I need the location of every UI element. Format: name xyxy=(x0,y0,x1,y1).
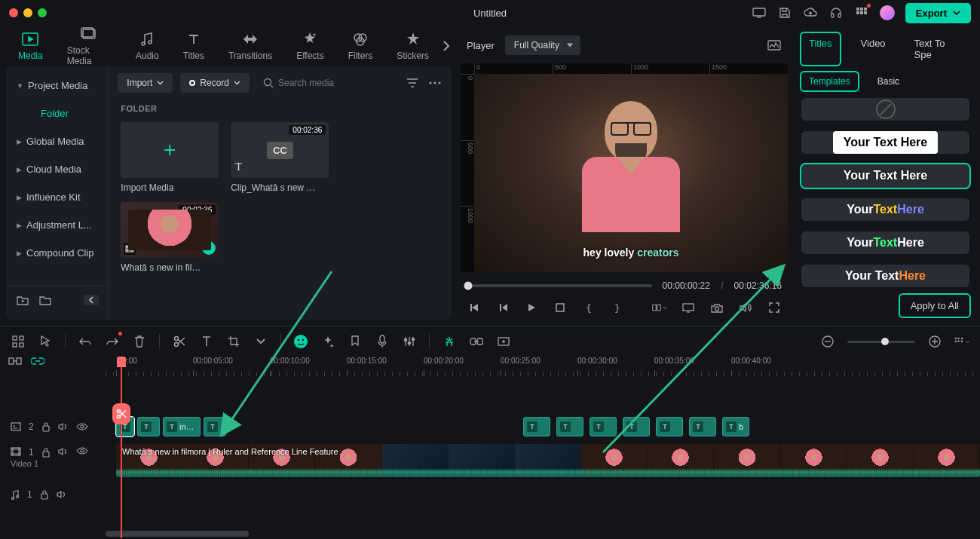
sparkle-icon[interactable] xyxy=(320,334,335,349)
scissors-icon[interactable] xyxy=(112,403,130,424)
split-icon[interactable] xyxy=(172,334,187,349)
template-outline[interactable]: Your Text Here xyxy=(801,164,969,187)
scrubber[interactable] xyxy=(467,284,652,287)
mute-icon[interactable] xyxy=(58,447,69,456)
cloud-upload-icon[interactable] xyxy=(803,5,818,20)
display-icon[interactable] xyxy=(681,300,696,315)
subtab-basic[interactable]: Basic xyxy=(870,72,907,90)
import-media-card[interactable]: + Import Media xyxy=(121,122,219,193)
rtab-titles[interactable]: Titles xyxy=(801,33,840,65)
delete-icon[interactable] xyxy=(132,334,147,349)
video-clip[interactable]: Whatâ s new in filmora | Ruler and Refer… xyxy=(116,444,980,477)
screen-icon[interactable] xyxy=(752,5,767,20)
timeline-scrollbar[interactable] xyxy=(106,531,972,537)
keyframe-icon[interactable] xyxy=(496,334,511,349)
template-tricolor-1[interactable]: Your Text Here xyxy=(801,198,969,221)
tab-titles[interactable]: Titles xyxy=(173,29,215,63)
template-pill[interactable]: Your Text Here xyxy=(801,131,969,154)
save-icon[interactable] xyxy=(777,5,792,20)
snapshot-icon[interactable] xyxy=(709,300,724,315)
visibility-icon[interactable] xyxy=(76,423,88,430)
text-tool-icon[interactable] xyxy=(199,334,214,349)
scopes-icon[interactable] xyxy=(767,38,782,53)
maximize-window[interactable] xyxy=(38,8,47,17)
ai-face-icon[interactable] xyxy=(293,334,308,349)
cc-clip-card[interactable]: 00:02:36CCT Clip_Whatâ s new … xyxy=(231,122,329,193)
stop-icon[interactable] xyxy=(553,300,568,315)
title-clip[interactable]: T xyxy=(523,417,550,436)
filter-icon[interactable] xyxy=(405,75,420,90)
user-avatar[interactable] xyxy=(880,5,895,20)
link-icon[interactable] xyxy=(469,334,484,349)
template-tricolor-3[interactable]: Your Text Here xyxy=(801,265,969,287)
fullscreen-icon[interactable] xyxy=(767,300,782,315)
record-button[interactable]: Record xyxy=(180,73,250,93)
tab-media[interactable]: Media xyxy=(8,29,54,63)
template-none[interactable] xyxy=(801,98,969,121)
audio-track-lane[interactable] xyxy=(106,479,980,510)
sidebar-item-folder[interactable]: Folder xyxy=(6,100,108,127)
redo-icon[interactable] xyxy=(105,334,120,349)
tab-stickers[interactable]: Stickers xyxy=(386,29,439,63)
tab-audio[interactable]: Audio xyxy=(125,29,170,63)
mark-out-icon[interactable]: } xyxy=(610,300,625,315)
rtab-tts[interactable]: Text To Spe xyxy=(907,33,969,65)
video-clip-card[interactable]: 00:02:36 ✓ Whatâ s new in fil… xyxy=(121,202,219,273)
apps-grid-icon[interactable] xyxy=(854,5,869,20)
template-tricolor-2[interactable]: Your Text Here xyxy=(801,231,969,254)
title-clip[interactable]: T xyxy=(590,417,617,436)
undo-icon[interactable] xyxy=(78,334,93,349)
title-clip[interactable]: T xyxy=(656,417,683,436)
magnet-snap-icon[interactable] xyxy=(442,334,457,349)
zoom-in-icon[interactable] xyxy=(927,334,942,349)
tab-transitions[interactable]: Transitions xyxy=(218,29,283,63)
minimize-window[interactable] xyxy=(23,8,32,17)
volume-icon[interactable] xyxy=(738,300,753,315)
zoom-out-icon[interactable] xyxy=(820,334,835,349)
more-icon[interactable] xyxy=(427,75,443,90)
mark-in-icon[interactable]: { xyxy=(581,300,596,315)
timeline-tracks[interactable]: :00:00 00:00:05:00 00:00:10:00 00:00:15:… xyxy=(106,357,980,538)
sidebar-item-global-media[interactable]: ▶Global Media xyxy=(6,128,108,155)
play-icon[interactable] xyxy=(524,300,539,315)
new-folder-icon[interactable] xyxy=(15,292,30,308)
title-clip[interactable]: T xyxy=(204,417,226,436)
visibility-icon[interactable] xyxy=(76,447,88,455)
sidebar-item-cloud-media[interactable]: ▶Cloud Media xyxy=(6,156,108,182)
marker-icon[interactable] xyxy=(348,334,363,349)
export-button[interactable]: Export xyxy=(905,3,971,23)
zoom-fit-icon[interactable] xyxy=(954,334,969,349)
close-window[interactable] xyxy=(9,8,18,17)
audio-mixer-icon[interactable] xyxy=(402,334,417,349)
sidebar-item-project-media[interactable]: ▼Project Media xyxy=(6,72,108,99)
title-clip[interactable]: T xyxy=(689,417,716,436)
select-tool-icon[interactable] xyxy=(38,334,53,349)
preview-viewport[interactable]: 050010001500 05001000 hey lovely creator… xyxy=(461,63,788,272)
tab-filters[interactable]: Filters xyxy=(338,29,384,63)
mic-icon[interactable] xyxy=(375,334,390,349)
video-track-lane[interactable]: Whatâ s new in filmora | Ruler and Refer… xyxy=(106,443,980,479)
title-clip[interactable]: Tin… xyxy=(163,417,201,436)
lock-icon[interactable] xyxy=(41,447,51,458)
tabs-scroll-right[interactable] xyxy=(443,40,450,52)
rtab-video[interactable]: Video xyxy=(853,33,893,65)
title-clip[interactable]: Tb xyxy=(722,417,749,436)
sidebar-item-adjustment-layer[interactable]: ▶Adjustment L... xyxy=(6,212,108,238)
mute-icon[interactable] xyxy=(57,490,67,499)
more-tools-icon[interactable] xyxy=(253,334,268,349)
grid-view-icon[interactable] xyxy=(11,334,26,349)
quality-select[interactable]: Full Quality xyxy=(505,35,580,55)
sidebar-collapse[interactable] xyxy=(84,295,99,305)
lock-icon[interactable] xyxy=(40,489,49,500)
titles-track-lane[interactable]: T T Tin… T T T T T T T Tb xyxy=(106,411,980,443)
sidebar-item-compound-clip[interactable]: ▶Compound Clip xyxy=(6,240,108,266)
compare-icon[interactable] xyxy=(652,300,667,315)
title-clip[interactable]: T xyxy=(623,417,650,436)
crop-icon[interactable] xyxy=(226,334,241,349)
tab-effects[interactable]: Effects xyxy=(286,29,334,63)
folder-icon[interactable] xyxy=(38,292,53,308)
search-input[interactable] xyxy=(278,78,391,88)
headphones-icon[interactable] xyxy=(828,5,844,20)
lock-icon[interactable] xyxy=(41,421,51,432)
sidebar-item-influence-kit[interactable]: ▶Influence Kit xyxy=(6,184,108,210)
